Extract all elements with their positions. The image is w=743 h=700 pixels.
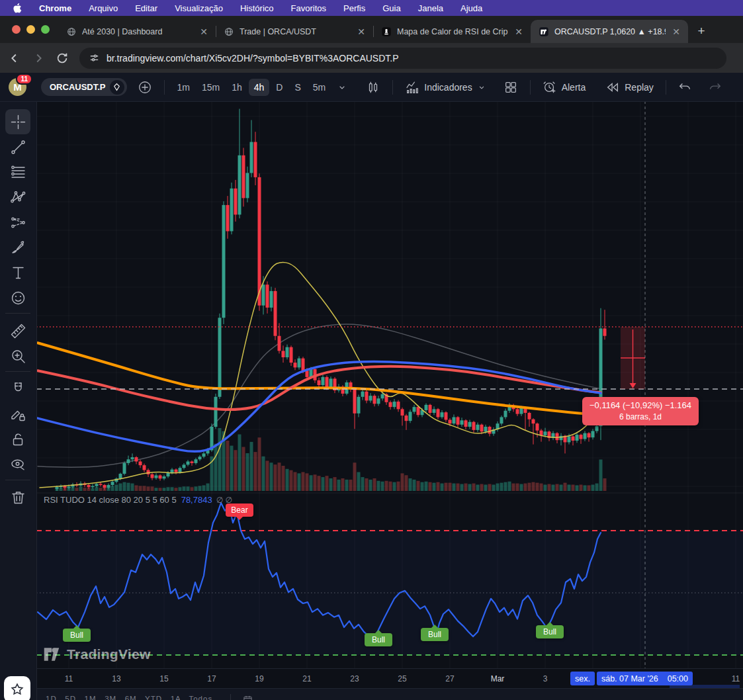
symbol-label: ORCAUSDT.P [50, 82, 106, 92]
forward-button[interactable] [29, 49, 48, 67]
undo-button[interactable] [673, 80, 698, 95]
candles-series [56, 109, 607, 491]
timeframe-group: 1m15m1h4hDS5m [171, 79, 332, 96]
time-axis[interactable]: sex. sáb. 07 Mar '2605:00 11131517192123… [36, 668, 743, 689]
tab-title: Até 2030 | Dashboard [82, 27, 193, 36]
replay-button[interactable]: Replay [600, 80, 659, 95]
tool-draw-lock-icon[interactable] [5, 402, 30, 427]
browser-tab[interactable]: Mapa de Calor de RSI de Crip✕ [373, 20, 531, 43]
compare-add-button[interactable] [132, 80, 157, 95]
url-text[interactable]: br.tradingview.com/chart/Xi5cv2DH/?symbo… [107, 53, 399, 64]
menu-favoritos[interactable]: Favoritos [291, 3, 326, 13]
tool-trash-icon[interactable] [5, 485, 30, 510]
tool-trendline-icon[interactable] [5, 134, 30, 159]
timeframe-1m[interactable]: 1m [172, 79, 195, 96]
browser-tab[interactable]: Trade | ORCA/USDT✕ [216, 20, 373, 43]
star-icon [9, 681, 25, 697]
tool-ruler-icon[interactable] [5, 318, 30, 343]
timeframe-S[interactable]: S [289, 79, 306, 96]
menu-editar[interactable]: Editar [135, 3, 157, 13]
menu-arquivo[interactable]: Arquivo [89, 3, 118, 13]
chart-canvas[interactable] [0, 0, 743, 700]
crosshair-time-badge: sex. sáb. 07 Mar '2605:00 [570, 672, 693, 685]
tab-close-icon[interactable]: ✕ [356, 26, 367, 37]
bull-signal-label: Bull [63, 629, 91, 642]
menu-janela[interactable]: Janela [418, 3, 443, 13]
minimize-window-button[interactable] [26, 25, 35, 34]
tool-projection-icon[interactable] [5, 210, 30, 235]
exchange-logo-icon [110, 80, 124, 95]
rsi-value: 78,7843 [181, 495, 212, 505]
tab-close-icon[interactable]: ✕ [513, 26, 524, 37]
time-tick: 23 [350, 674, 359, 683]
time-tick: 11 [65, 674, 73, 683]
indicators-button[interactable]: Indicadores [400, 80, 491, 95]
menu-ajuda[interactable]: Ajuda [460, 3, 482, 13]
close-window-button[interactable] [12, 25, 21, 34]
new-tab-button[interactable]: + [692, 22, 711, 41]
indicators-label: Indicadores [424, 82, 472, 93]
tradingview-watermark: TradingView [44, 646, 151, 662]
alert-button[interactable]: Alerta [537, 80, 591, 95]
tool-emoji-icon[interactable] [5, 285, 30, 310]
tab-close-icon[interactable]: ✕ [198, 26, 209, 37]
tool-text-icon[interactable] [5, 260, 30, 285]
tab-strip: Até 2030 | Dashboard✕Trade | ORCA/USDT✕M… [58, 20, 711, 43]
chart-style-button[interactable] [361, 80, 386, 95]
tab-title: Trade | ORCA/USDT [240, 27, 351, 36]
tool-pattern-icon[interactable] [5, 185, 30, 210]
calendar-icon[interactable] [243, 695, 253, 700]
tool-brush-icon[interactable] [5, 235, 30, 260]
zoom-window-button[interactable] [41, 25, 50, 34]
measure-tooltip: −0,1164 (−10,92%) −1.164 6 barras, 1d [582, 397, 699, 425]
timeframe-dropdown[interactable] [331, 82, 353, 93]
menu-perfis[interactable]: Perfis [343, 3, 365, 13]
favorites-drawer-button[interactable] [4, 676, 30, 700]
chrome-tabbar: Até 2030 | Dashboard✕Trade | ORCA/USDT✕M… [0, 16, 743, 43]
browser-tab[interactable]: Até 2030 | Dashboard✕ [58, 20, 216, 43]
tool-fib-icon[interactable] [5, 159, 30, 185]
bull-signal-label: Bull [536, 625, 564, 638]
watermark-text: TradingView [67, 646, 151, 662]
bull-signal-label: Bull [421, 628, 449, 641]
menu-chrome[interactable]: Chrome [39, 3, 71, 13]
url-bar[interactable]: br.tradingview.com/chart/Xi5cv2DH/?symbo… [79, 48, 726, 69]
back-button[interactable] [5, 49, 24, 67]
tab-close-icon[interactable]: ✕ [671, 26, 681, 37]
browser-tab[interactable]: ORCAUSDT.P 1,0620 ▲ +18.9✕ [531, 20, 688, 43]
time-tick: 13 [112, 674, 120, 683]
macos-menubar: ChromeArquivoEditarVisualizaçãoHistórico… [0, 0, 743, 16]
timeframe-D[interactable]: D [271, 79, 288, 96]
tool-magnet-icon[interactable] [5, 376, 30, 402]
bear-signal-label: Bear [226, 503, 253, 517]
tool-zoom-in-icon[interactable] [5, 343, 30, 369]
timeframe-4h[interactable]: 4h [249, 79, 270, 96]
rsi-legend[interactable]: RSI TUDO 14 close 80 20 5 5 60 578,7843∅… [44, 495, 232, 505]
rsi-title: RSI TUDO 14 close 80 20 5 5 60 5 [44, 495, 177, 505]
user-avatar[interactable]: M 11 [9, 78, 26, 96]
tool-lock-icon[interactable] [5, 427, 30, 452]
rail-divider [5, 313, 30, 314]
layout-grid-button[interactable] [498, 80, 523, 95]
timeframe-15m[interactable]: 15m [197, 79, 225, 96]
tool-eye-icon[interactable] [5, 452, 30, 477]
badge-date-time: sáb. 07 Mar '2605:00 [597, 672, 693, 685]
menu-histórico[interactable]: Histórico [240, 3, 274, 13]
symbol-button[interactable]: ORCAUSDT.P [41, 78, 127, 96]
timeframe-1h[interactable]: 1h [226, 79, 247, 96]
timeframe-5m[interactable]: 5m [308, 79, 331, 96]
reload-button[interactable] [53, 49, 71, 67]
redo-button[interactable] [702, 80, 727, 95]
tab-title: ORCAUSDT.P 1,0620 ▲ +18.9 [554, 27, 666, 36]
date-range-buttons[interactable]: 1D 5D 1M 3M 6M YTD 1A Todos [46, 695, 212, 700]
screen: ChromeArquivoEditarVisualizaçãoHistórico… [0, 0, 743, 700]
time-tick: 3 [543, 674, 548, 683]
menu-visualização[interactable]: Visualização [175, 3, 223, 13]
tradingview-logo-icon [44, 646, 62, 662]
chevron-down-icon [477, 83, 486, 92]
apple-menu-icon[interactable] [12, 3, 22, 13]
tool-crosshair-icon[interactable] [5, 109, 30, 134]
time-tick: Mar [491, 674, 505, 683]
menu-guia[interactable]: Guia [382, 3, 400, 13]
site-settings-icon[interactable] [89, 52, 100, 64]
